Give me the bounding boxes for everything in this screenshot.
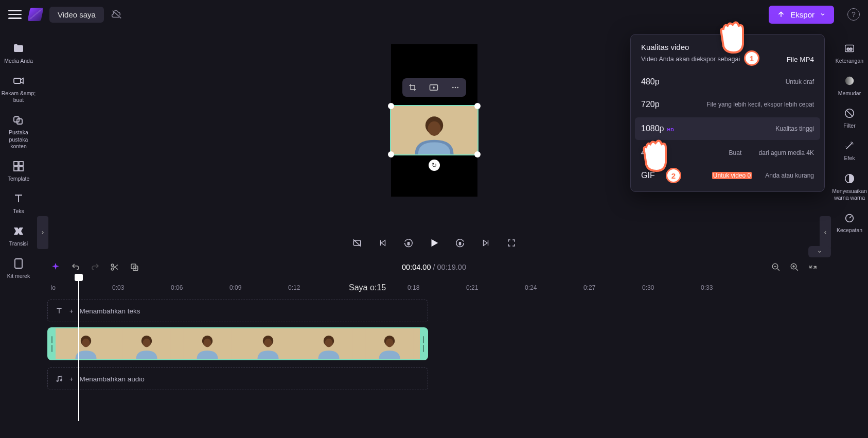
video-clip[interactable] [47,327,428,360]
resize-handle[interactable] [474,103,481,109]
more-icon[interactable] [451,83,459,92]
quality-option-720p[interactable]: 720p File yang lebih kecil, ekspor lebih… [631,93,824,116]
clip-handle-right[interactable] [420,328,427,359]
sidebar-item-library[interactable]: Pustaka pustaka konten [0,110,37,153]
hide-icon[interactable] [351,237,363,249]
redo-button[interactable] [91,262,100,272]
export-button[interactable]: Ekspor [769,6,834,24]
resize-handle[interactable] [388,103,394,109]
quality-option-480p[interactable]: 480p Untuk draf [631,71,824,93]
sidebar-item-record[interactable]: Rekam &amp; buat [0,71,37,108]
sidebar-item-text[interactable]: Teks [0,188,37,219]
rewind-5-button[interactable]: 5 [402,237,415,249]
rotate-handle[interactable]: ↻ [429,160,440,171]
svg-rect-4 [14,162,18,166]
sidebar-item-color[interactable]: Menyesuaikan warna warna [831,168,868,205]
zoom-out-button[interactable] [771,262,781,272]
ruler-tick: 0:33 [701,284,713,291]
zoom-in-button[interactable] [790,262,799,272]
brandkit-icon [12,257,25,270]
split-button[interactable] [110,262,119,272]
timeline-ruler[interactable]: Io 0:03 0:06 0:09 0:12 Saya o:15 0:18 0:… [47,279,821,296]
help-button[interactable]: ? [847,8,860,21]
app-logo-icon [27,8,44,21]
speed-icon [843,212,856,224]
ruler-tick: 0:06 [171,284,183,291]
filter-icon [843,107,856,119]
quality-option-1080p[interactable]: 1080pHD Kualitas tinggi [635,117,820,140]
playhead[interactable] [78,277,79,421]
cloud-sync-icon[interactable] [111,9,122,20]
ruler-tick: 0:21 [466,284,478,291]
menu-button[interactable] [8,8,22,21]
sidebar-item-effects[interactable]: Efek [831,135,868,166]
text-icon [12,192,25,205]
ruler-tick: 0:09 [229,284,241,291]
sidebar-item-transitions[interactable]: Transisi [0,221,37,251]
svg-point-45 [264,339,272,347]
svg-rect-1 [14,78,21,83]
svg-point-36 [82,339,90,347]
folder-icon [12,42,25,55]
prev-frame-button[interactable] [377,237,389,249]
ruler-tick: 0:03 [112,284,124,291]
timecode-display: 00:04.00 / 00:19.00 [402,263,466,271]
svg-point-53 [61,379,62,381]
svg-point-48 [325,339,333,347]
ruler-tick: 0:24 [525,284,537,291]
text-track-placeholder[interactable]: + Menambahkan teks [47,300,428,322]
ai-sparkle-icon[interactable] [50,262,61,272]
filetype-label: File MP4 [787,56,814,63]
fullscreen-button[interactable] [505,237,518,249]
sidebar-item-brandkit[interactable]: Kit merek [0,253,37,284]
sidebar-item-filter[interactable]: Filter [831,103,868,133]
forward-5-button[interactable]: 5 [454,237,466,249]
canvas-toolbar [402,78,466,97]
resize-handle[interactable] [388,151,394,157]
crop-icon[interactable] [409,83,417,92]
svg-point-51 [386,339,394,347]
svg-point-42 [204,339,211,347]
resize-handle[interactable] [474,151,481,157]
clip-thumbnails [56,328,420,359]
upload-icon [777,10,785,19]
fit-icon[interactable] [429,84,438,91]
zoom-fit-button[interactable] [808,262,818,272]
svg-rect-7 [19,167,23,171]
step-badge-2: 2 [666,168,681,183]
sidebar-item-media[interactable]: Media Anda [0,38,37,68]
duplicate-button[interactable] [130,262,139,272]
svg-text:5: 5 [458,241,460,246]
template-icon [12,160,25,172]
svg-point-18 [452,87,454,89]
next-frame-button[interactable] [480,237,492,249]
contrast-icon [843,172,856,185]
audio-track-placeholder[interactable]: + Menambahkan audio [47,367,428,390]
svg-point-17 [433,87,434,88]
tutorial-pointer-1: 1 [717,21,753,62]
svg-rect-8 [15,259,22,268]
play-button[interactable] [428,237,440,249]
svg-point-11 [845,77,854,85]
selection-frame[interactable] [390,105,479,155]
svg-text:CC: CC [847,47,853,51]
camera-icon [12,75,25,87]
clip-handle-left[interactable] [48,328,56,359]
project-title[interactable]: Video saya [49,7,104,23]
tutorial-pointer-2: 2 [640,139,676,180]
effects-icon [843,139,856,152]
canvas[interactable]: ↻ [391,44,477,197]
chevron-down-icon [820,11,826,17]
sidebar-item-template[interactable]: Template [0,156,37,186]
svg-point-39 [143,339,151,347]
svg-rect-5 [19,162,23,166]
ruler-tick: 0:18 [408,284,419,291]
ruler-tick: 0:30 [642,284,654,291]
sidebar-item-fade[interactable]: Memudar [831,71,868,101]
ruler-tick: 0:12 [288,284,300,291]
library-icon [12,114,25,126]
sidebar-item-captions[interactable]: CC Keterangan [831,38,868,68]
undo-button[interactable] [71,262,80,272]
sidebar-item-speed[interactable]: Kecepatan [831,207,868,238]
svg-rect-2 [14,117,19,122]
